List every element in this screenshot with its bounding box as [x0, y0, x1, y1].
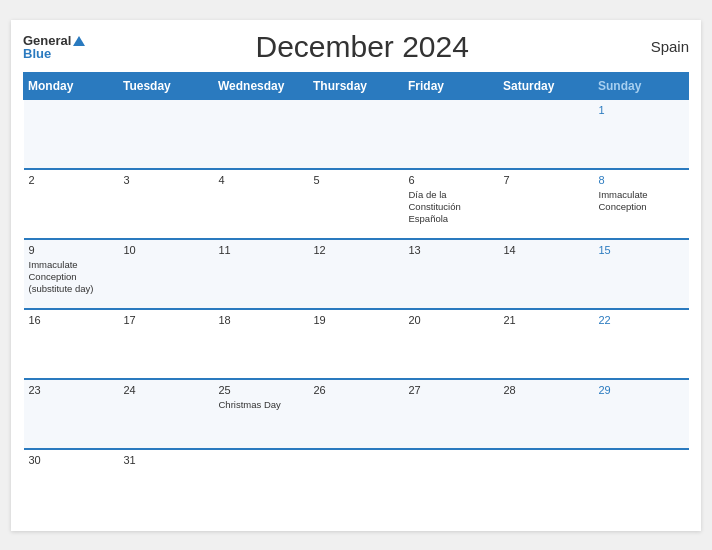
calendar-cell: 13 — [404, 239, 499, 309]
calendar-cell: 11 — [214, 239, 309, 309]
calendar-cell — [309, 99, 404, 169]
calendar-cell: 10 — [119, 239, 214, 309]
day-number: 26 — [314, 384, 399, 396]
day-number: 14 — [504, 244, 589, 256]
calendar-cell — [499, 99, 594, 169]
day-number: 9 — [29, 244, 114, 256]
month-title: December 2024 — [85, 30, 639, 64]
calendar-cell: 2 — [24, 169, 119, 239]
calendar-cell: 5 — [309, 169, 404, 239]
calendar-cell: 12 — [309, 239, 404, 309]
day-number: 12 — [314, 244, 399, 256]
calendar-header: General Blue December 2024 Spain — [23, 30, 689, 64]
day-number: 15 — [599, 244, 684, 256]
calendar-cell — [404, 449, 499, 519]
calendar-cell — [404, 99, 499, 169]
calendar-cell: 19 — [309, 309, 404, 379]
holiday-label: Immaculate Conception — [599, 189, 648, 212]
calendar-cell: 14 — [499, 239, 594, 309]
calendar-cell: 6Día de la Constitución Española — [404, 169, 499, 239]
calendar-cell: 18 — [214, 309, 309, 379]
calendar-cell: 27 — [404, 379, 499, 449]
day-number: 24 — [124, 384, 209, 396]
day-number: 19 — [314, 314, 399, 326]
calendar-cell: 1 — [594, 99, 689, 169]
logo-general: General — [23, 34, 85, 47]
calendar-week-row: 232425Christmas Day26272829 — [24, 379, 689, 449]
weekday-header-tuesday: Tuesday — [119, 73, 214, 99]
calendar-cell: 21 — [499, 309, 594, 379]
calendar-cell: 7 — [499, 169, 594, 239]
calendar-week-row: 3031 — [24, 449, 689, 519]
day-number: 4 — [219, 174, 304, 186]
country-label: Spain — [639, 38, 689, 55]
day-number: 5 — [314, 174, 399, 186]
calendar-cell: 29 — [594, 379, 689, 449]
calendar-cell: 17 — [119, 309, 214, 379]
holiday-label: Immaculate Conception (substitute day) — [29, 259, 94, 295]
logo-triangle-icon — [73, 36, 85, 46]
day-number: 31 — [124, 454, 209, 466]
calendar-cell: 9Immaculate Conception (substitute day) — [24, 239, 119, 309]
weekday-header-monday: Monday — [24, 73, 119, 99]
day-number: 17 — [124, 314, 209, 326]
calendar-cell — [594, 449, 689, 519]
calendar-cell: 26 — [309, 379, 404, 449]
calendar-cell: 3 — [119, 169, 214, 239]
day-number: 10 — [124, 244, 209, 256]
calendar-week-row: 1 — [24, 99, 689, 169]
day-number: 23 — [29, 384, 114, 396]
calendar-cell — [214, 449, 309, 519]
day-number: 16 — [29, 314, 114, 326]
day-number: 3 — [124, 174, 209, 186]
day-number: 6 — [409, 174, 494, 186]
calendar-cell: 8Immaculate Conception — [594, 169, 689, 239]
holiday-label: Christmas Day — [219, 399, 281, 410]
calendar-cell: 15 — [594, 239, 689, 309]
calendar-cell: 25Christmas Day — [214, 379, 309, 449]
weekday-header-wednesday: Wednesday — [214, 73, 309, 99]
weekday-header-saturday: Saturday — [499, 73, 594, 99]
day-number: 28 — [504, 384, 589, 396]
calendar-cell: 24 — [119, 379, 214, 449]
calendar-cell — [309, 449, 404, 519]
day-number: 8 — [599, 174, 684, 186]
day-number: 25 — [219, 384, 304, 396]
logo-blue: Blue — [23, 47, 85, 60]
weekday-header-row: MondayTuesdayWednesdayThursdayFridaySatu… — [24, 73, 689, 99]
day-number: 7 — [504, 174, 589, 186]
calendar-cell: 28 — [499, 379, 594, 449]
day-number: 13 — [409, 244, 494, 256]
calendar-cell: 30 — [24, 449, 119, 519]
logo: General Blue — [23, 34, 85, 60]
calendar-cell: 4 — [214, 169, 309, 239]
day-number: 22 — [599, 314, 684, 326]
calendar-week-row: 16171819202122 — [24, 309, 689, 379]
day-number: 30 — [29, 454, 114, 466]
day-number: 11 — [219, 244, 304, 256]
calendar-cell — [499, 449, 594, 519]
calendar-cell: 23 — [24, 379, 119, 449]
calendar-week-row: 9Immaculate Conception (substitute day)1… — [24, 239, 689, 309]
holiday-label: Día de la Constitución Española — [409, 189, 461, 225]
weekday-header-sunday: Sunday — [594, 73, 689, 99]
day-number: 21 — [504, 314, 589, 326]
calendar-cell: 31 — [119, 449, 214, 519]
weekday-header-thursday: Thursday — [309, 73, 404, 99]
day-number: 29 — [599, 384, 684, 396]
calendar-cell: 20 — [404, 309, 499, 379]
calendar-cell: 16 — [24, 309, 119, 379]
day-number: 1 — [599, 104, 684, 116]
day-number: 20 — [409, 314, 494, 326]
calendar-container: General Blue December 2024 Spain MondayT… — [11, 20, 701, 531]
calendar-cell: 22 — [594, 309, 689, 379]
day-number: 27 — [409, 384, 494, 396]
calendar-cell — [24, 99, 119, 169]
calendar-table: MondayTuesdayWednesdayThursdayFridaySatu… — [23, 72, 689, 519]
calendar-cell — [119, 99, 214, 169]
day-number: 2 — [29, 174, 114, 186]
calendar-cell — [214, 99, 309, 169]
calendar-week-row: 23456Día de la Constitución Española78Im… — [24, 169, 689, 239]
day-number: 18 — [219, 314, 304, 326]
weekday-header-friday: Friday — [404, 73, 499, 99]
